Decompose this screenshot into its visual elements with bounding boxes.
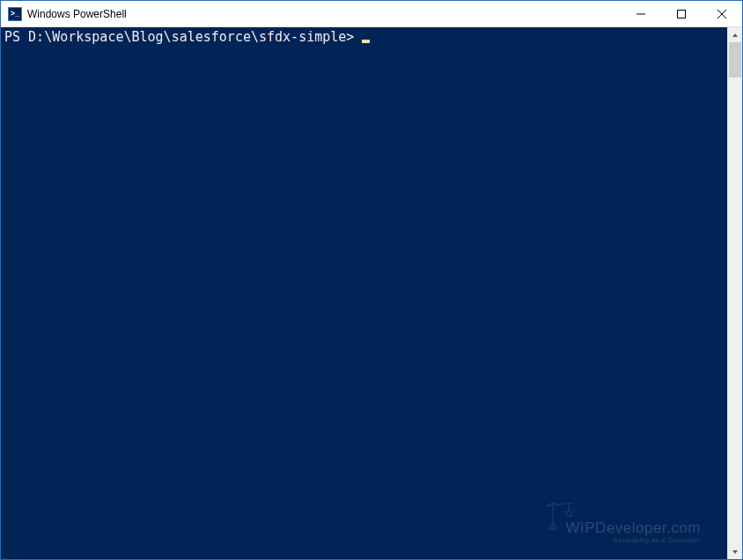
svg-marker-14 [732, 550, 738, 554]
svg-line-12 [553, 522, 556, 529]
crane-icon [542, 496, 577, 534]
close-icon [717, 10, 726, 18]
powershell-icon: >_ [8, 7, 22, 21]
maximize-icon [677, 10, 686, 18]
svg-line-6 [546, 503, 553, 506]
terminal-area: PS D:\Workspace\Blog\salesforce\sfdx-sim… [1, 27, 742, 559]
scrollbar[interactable] [727, 27, 742, 559]
powershell-window: >_ Windows PowerShell [0, 0, 743, 560]
svg-line-11 [549, 522, 553, 529]
minimize-button[interactable] [621, 1, 661, 26]
scrollbar-down-button[interactable] [728, 544, 742, 559]
svg-marker-13 [732, 33, 738, 37]
watermark-sub: Developing As A Developer [566, 537, 702, 543]
chevron-up-icon [732, 32, 739, 39]
terminal[interactable]: PS D:\Workspace\Blog\salesforce\sfdx-sim… [1, 27, 727, 559]
watermark: WIPDeveloper.com Developing As A Develop… [566, 520, 702, 543]
close-button[interactable] [702, 1, 742, 26]
cursor [362, 40, 370, 43]
minimize-icon [636, 10, 645, 18]
titlebar[interactable]: >_ Windows PowerShell [1, 1, 742, 27]
window-title: Windows PowerShell [27, 8, 621, 20]
window-controls [621, 1, 742, 26]
chevron-down-icon [732, 549, 739, 556]
scrollbar-up-button[interactable] [728, 27, 742, 42]
scrollbar-thumb[interactable] [729, 42, 741, 77]
scrollbar-track[interactable] [728, 42, 742, 544]
maximize-button[interactable] [661, 1, 702, 26]
svg-line-5 [546, 503, 574, 506]
prompt-line: PS D:\Workspace\Blog\salesforce\sfdx-sim… [4, 29, 724, 45]
svg-rect-9 [566, 512, 571, 516]
svg-rect-1 [678, 10, 686, 18]
svg-line-7 [553, 503, 560, 505]
prompt-text: PS D:\Workspace\Blog\salesforce\sfdx-sim… [4, 29, 362, 45]
watermark-main: WIPDeveloper.com [566, 520, 702, 535]
